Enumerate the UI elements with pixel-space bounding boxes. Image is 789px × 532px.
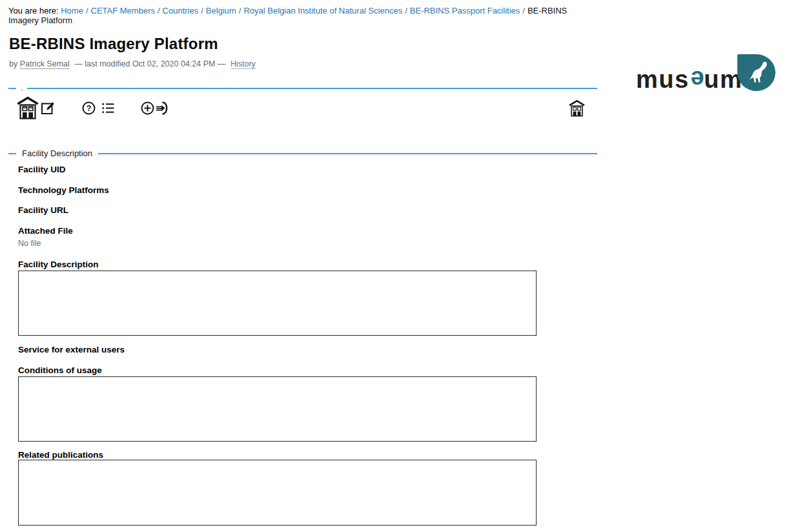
breadcrumb-separator: / <box>86 6 88 15</box>
dinosaur-icon <box>742 59 771 88</box>
facility-url-label: Facility URL <box>18 205 68 215</box>
related-publications-textarea[interactable] <box>18 460 537 526</box>
breadcrumb-link-passport-facilities[interactable]: BE-RBINS Passport Facilities <box>410 6 520 15</box>
byline: by Patrick Semal — last modified Oct 02,… <box>9 59 256 68</box>
import-icon <box>155 101 170 116</box>
edit-icon <box>41 101 56 116</box>
museum-logo-e: e <box>690 67 704 92</box>
top-fieldset-rule: . <box>8 88 597 89</box>
breadcrumb-separator: / <box>522 6 525 15</box>
contents-list-icon <box>102 103 114 114</box>
breadcrumb: You are here: Home/CETAF Members/Countri… <box>8 6 591 25</box>
last-modified-text: — last modified Oct 02, 2020 04:24 PM — <box>74 59 225 68</box>
add-icon <box>141 101 154 115</box>
breadcrumb-link-belgium[interactable]: Belgium <box>206 6 236 15</box>
museum-logo-text: museum <box>636 67 743 92</box>
museum-logo[interactable]: museum <box>636 53 779 105</box>
breadcrumb-link-cetaf-members[interactable]: CETAF Members <box>91 6 155 15</box>
conditions-of-usage-textarea[interactable] <box>18 376 537 442</box>
contents-list-button[interactable] <box>102 103 114 114</box>
help-icon: ? <box>82 101 96 115</box>
facility-description-fieldset-rule: Facility Description <box>8 153 597 154</box>
edit-button[interactable] <box>41 101 56 116</box>
byline-by-label: by <box>9 59 17 68</box>
page: You are here: Home/CETAF Members/Countri… <box>0 0 789 532</box>
svg-text:?: ? <box>87 104 92 113</box>
breadcrumb-link-home[interactable]: Home <box>61 6 83 15</box>
breadcrumb-separator: / <box>405 6 407 15</box>
author-link[interactable]: Patrick Semal <box>20 59 70 69</box>
museum-facility-small-button[interactable] <box>569 99 585 117</box>
breadcrumb-prefix: You are here: <box>8 6 59 15</box>
breadcrumb-separator: / <box>201 6 203 15</box>
facility-description-label: Facility Description <box>18 260 99 269</box>
breadcrumb-separator: / <box>239 6 241 15</box>
facility-description-legend: Facility Description <box>16 148 98 158</box>
museum-facility-icon <box>17 96 39 119</box>
museum-facility-small-icon <box>569 99 585 117</box>
service-external-users-label: Service for external users <box>18 345 125 354</box>
breadcrumb-link-rbins[interactable]: Royal Belgian Institute of Natural Scien… <box>243 6 402 15</box>
facility-uid-label: Facility UID <box>18 165 66 174</box>
conditions-of-usage-label: Conditions of usage <box>18 365 102 375</box>
museum-facility-button[interactable] <box>17 96 39 119</box>
facility-description-textarea[interactable] <box>18 271 537 336</box>
add-button[interactable] <box>141 101 154 115</box>
breadcrumb-link-countries[interactable]: Countries <box>163 6 199 15</box>
history-link[interactable]: History <box>231 59 256 69</box>
top-fieldset-legend: . <box>16 84 27 92</box>
attached-file-value: No file <box>18 239 41 248</box>
toolbar: ? <box>17 95 585 121</box>
attached-file-label: Attached File <box>18 226 73 236</box>
breadcrumb-separator: / <box>158 6 160 15</box>
page-title: BE-RBINS Imagery Platform <box>9 35 218 53</box>
museum-logo-drop-shape <box>737 54 775 91</box>
technology-platforms-label: Technology Platforms <box>18 185 109 195</box>
related-publications-label: Related publications <box>18 450 103 460</box>
import-button[interactable] <box>155 101 170 116</box>
help-button[interactable]: ? <box>82 101 96 115</box>
